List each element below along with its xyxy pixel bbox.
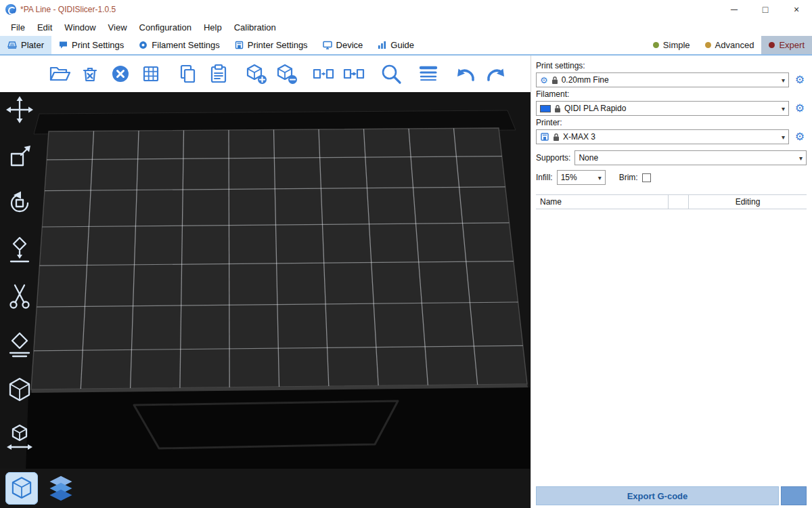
- remove-instance-button[interactable]: [274, 62, 298, 86]
- minimize-button[interactable]: ─: [719, 0, 750, 19]
- mode-simple[interactable]: Simple: [646, 36, 698, 54]
- mode-advanced-label: Advanced: [715, 40, 754, 50]
- printer-icon: [540, 132, 549, 142]
- menu-edit[interactable]: Edit: [31, 22, 58, 33]
- place-on-face-tool-button[interactable]: [3, 234, 36, 266]
- tab-guide-label: Guide: [390, 40, 414, 50]
- chevron-down-icon: ▾: [779, 105, 785, 112]
- window-title: *PA Line - QIDISlicer-1.0.5: [20, 5, 116, 14]
- close-button[interactable]: ×: [781, 0, 812, 19]
- move-tool-button[interactable]: [3, 93, 36, 126]
- tab-printer-settings-label: Printer Settings: [248, 40, 308, 50]
- search-button[interactable]: [379, 62, 403, 86]
- infill-combo[interactable]: 15% ▾: [557, 170, 606, 185]
- print-settings-combo[interactable]: ⚙ 0.20mm Fine ▾: [536, 72, 789, 87]
- object-list-header: Name Editing: [536, 194, 807, 209]
- layers-preview-view-button[interactable]: [45, 472, 77, 505]
- tab-filament-settings[interactable]: Filament Settings: [131, 36, 227, 54]
- redo-button[interactable]: [484, 62, 508, 86]
- mode-switcher: Simple Advanced Expert: [646, 36, 812, 54]
- tab-device[interactable]: Device: [315, 36, 371, 54]
- lock-icon: [554, 104, 561, 113]
- toolbar-group-clipboard: [176, 62, 231, 86]
- column-header-editing: Editing: [689, 195, 807, 209]
- supports-label: Supports:: [536, 153, 570, 163]
- supports-combo[interactable]: None ▾: [574, 150, 807, 165]
- mode-advanced[interactable]: Advanced: [698, 36, 762, 54]
- mirror-tool-button[interactable]: [3, 421, 36, 453]
- menu-view[interactable]: View: [102, 22, 133, 33]
- sidebar: Print settings: ⚙ 0.20mm Fine ▾ ⚙ Filame…: [531, 56, 812, 508]
- simple-mode-dot-icon: [653, 42, 659, 48]
- split-to-parts-button[interactable]: [342, 62, 366, 86]
- tab-guide[interactable]: Guide: [370, 36, 422, 54]
- titlebar: *PA Line - QIDISlicer-1.0.5 ─ □ ×: [0, 0, 812, 19]
- menu-calibration[interactable]: Calibration: [228, 22, 282, 33]
- toolbar-group-history: [453, 62, 508, 86]
- tab-plater-label: Plater: [21, 40, 44, 50]
- variable-layer-height-button[interactable]: [416, 62, 441, 86]
- editor-3d-view-button[interactable]: [5, 472, 38, 505]
- maximize-button[interactable]: □: [750, 0, 781, 19]
- tab-print-settings[interactable]: Print Settings: [51, 36, 131, 54]
- arrange-button[interactable]: [139, 62, 163, 86]
- object-list-body[interactable]: [536, 209, 807, 484]
- tab-print-settings-label: Print Settings: [72, 40, 124, 50]
- undo-button[interactable]: [453, 62, 478, 86]
- guide-icon: [378, 41, 386, 49]
- print-settings-label: Print settings:: [536, 61, 807, 70]
- export-options-button[interactable]: [781, 486, 807, 505]
- profile-gear-icon: ⚙: [540, 76, 548, 85]
- delete-button[interactable]: [78, 62, 102, 86]
- printer-gear-button[interactable]: ⚙: [793, 131, 807, 142]
- export-row: Export G-code: [536, 486, 807, 505]
- filament-combo[interactable]: QIDI PLA Rapido ▾: [536, 101, 789, 116]
- paste-button[interactable]: [206, 62, 231, 86]
- export-gcode-button[interactable]: Export G-code: [536, 486, 779, 505]
- rotate-tool-button[interactable]: [3, 187, 36, 219]
- lock-icon: [551, 76, 558, 85]
- menu-file[interactable]: File: [5, 22, 31, 33]
- left-column: [0, 56, 531, 508]
- menu-window[interactable]: Window: [58, 22, 102, 33]
- print-settings-icon: [59, 41, 68, 49]
- tab-filament-settings-label: Filament Settings: [152, 40, 219, 50]
- paint-supports-tool-button[interactable]: [3, 327, 36, 360]
- add-instance-button[interactable]: [244, 62, 268, 86]
- split-to-objects-button[interactable]: [311, 62, 336, 86]
- main-area: Print settings: ⚙ 0.20mm Fine ▾ ⚙ Filame…: [0, 56, 812, 508]
- chevron-down-icon: ▾: [779, 133, 785, 141]
- toolbar-group-layers: [416, 62, 441, 86]
- delete-all-button[interactable]: [108, 62, 133, 86]
- brim-label: Brim:: [619, 173, 638, 182]
- tab-printer-settings[interactable]: Printer Settings: [227, 36, 315, 54]
- print-bed-scene: [0, 92, 531, 508]
- object-list: Name Editing: [536, 194, 807, 484]
- expert-mode-dot-icon: [769, 42, 775, 48]
- menu-help[interactable]: Help: [198, 22, 228, 33]
- print-settings-value: 0.20mm Fine: [562, 75, 609, 85]
- filament-value: QIDI PLA Rapido: [564, 104, 626, 113]
- tab-device-label: Device: [336, 40, 363, 50]
- printer-value: X-MAX 3: [563, 132, 595, 142]
- printer-label: Printer:: [536, 118, 807, 127]
- menubar: File Edit Window View Configuration Help…: [0, 19, 812, 36]
- brim-checkbox[interactable]: [642, 173, 651, 182]
- measure-tool-button[interactable]: [3, 374, 36, 406]
- viewport-3d-canvas[interactable]: [0, 92, 531, 508]
- chevron-down-icon: ▾: [796, 154, 803, 162]
- menu-configuration[interactable]: Configuration: [133, 22, 198, 33]
- tab-plater[interactable]: Plater: [0, 36, 51, 54]
- printer-combo[interactable]: X-MAX 3 ▾: [536, 129, 789, 144]
- print-settings-gear-button[interactable]: ⚙: [793, 75, 807, 85]
- lock-icon: [553, 133, 560, 142]
- printer-settings-icon: [235, 41, 244, 49]
- chevron-down-icon: ▾: [595, 174, 602, 182]
- scale-tool-button[interactable]: [3, 140, 36, 173]
- cut-tool-button[interactable]: [3, 280, 36, 313]
- mode-expert[interactable]: Expert: [761, 36, 812, 54]
- filament-gear-button[interactable]: ⚙: [793, 103, 807, 114]
- column-header-name: Name: [536, 195, 669, 209]
- open-project-button[interactable]: [47, 62, 72, 86]
- copy-button[interactable]: [176, 62, 200, 86]
